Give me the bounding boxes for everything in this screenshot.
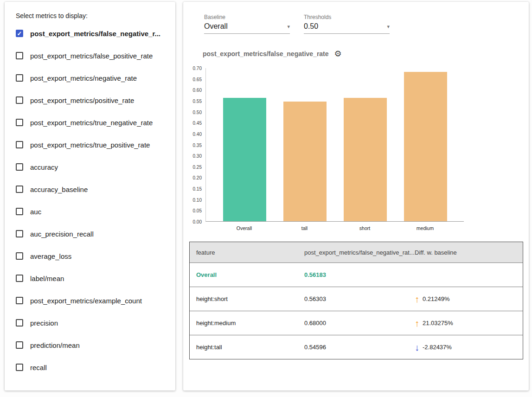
baseline-value: Overall — [204, 22, 228, 31]
value-cell: 0.54596 — [304, 344, 415, 351]
checkbox-icon[interactable] — [16, 319, 23, 327]
y-axis-tick-label: 0.50 — [183, 110, 202, 115]
checkbox-icon[interactable] — [16, 74, 23, 82]
table-header-cell: feature — [196, 249, 304, 256]
feature-cell: Overall — [196, 271, 304, 278]
metric-label: label/mean — [30, 275, 64, 282]
gear-icon[interactable]: ⚙ — [334, 50, 342, 58]
metrics-table: featurepost_export_metrics/false_negativ… — [189, 242, 523, 359]
results-panel: Baseline Overall ▾ Thresholds 0.50 ▾ pos… — [183, 2, 529, 391]
feature-cell: height:tall — [196, 344, 304, 351]
table-row: Overall0.56183 — [190, 263, 523, 287]
metric-label: post_export_metrics/negative_rate — [30, 74, 137, 82]
checkbox-icon[interactable] — [16, 186, 23, 193]
metric-item[interactable]: recall — [16, 356, 171, 378]
y-axis-tick-label: 0.15 — [183, 186, 202, 192]
baseline-label: Baseline — [204, 14, 290, 20]
baseline-select[interactable]: Baseline Overall ▾ — [204, 14, 290, 34]
controls-row: Baseline Overall ▾ Thresholds 0.50 ▾ — [183, 14, 529, 34]
y-axis-tick-label: 0.30 — [183, 154, 202, 159]
diff-cell: ↑21.03275% — [415, 319, 523, 328]
plot-area — [205, 68, 464, 222]
metric-item[interactable]: post_export_metrics/false_positive_rate — [16, 45, 171, 67]
chart-bar — [404, 72, 447, 221]
chevron-down-icon: ▾ — [387, 24, 390, 30]
checkbox-icon[interactable] — [16, 119, 23, 126]
table-row: height:tall0.54596↓-2.82437% — [190, 335, 523, 359]
metric-item[interactable]: auc — [16, 200, 171, 223]
y-axis-tick-label: 0.05 — [183, 208, 202, 213]
value-cell: 0.56303 — [304, 295, 415, 302]
x-axis-category-label: medium — [395, 225, 455, 231]
table-row: height:medium0.68000↑21.03275% — [190, 311, 523, 335]
checkbox-checked-icon[interactable]: ✓ — [16, 30, 23, 37]
checkbox-icon[interactable] — [16, 208, 23, 215]
diff-value: 21.03275% — [423, 320, 453, 327]
y-axis-tick-label: 0.25 — [183, 165, 202, 170]
checkbox-icon[interactable] — [16, 297, 23, 304]
checkbox-icon[interactable] — [16, 252, 23, 260]
metric-item[interactable]: post_export_metrics/true_positive_rate — [16, 134, 171, 156]
y-axis-tick-label: 0.00 — [183, 219, 202, 224]
metric-label: average_loss — [30, 252, 71, 260]
metric-label: post_export_metrics/positive_rate — [30, 96, 134, 104]
table-header-cell: post_export_metrics/false_negative_rat..… — [304, 249, 415, 256]
x-axis-category-label: short — [335, 225, 395, 231]
metric-select-title: Select metrics to display: — [16, 12, 171, 19]
checkbox-icon[interactable] — [16, 341, 23, 349]
table-row: height:short0.56303↑0.21249% — [190, 287, 523, 311]
y-axis-tick-label: 0.20 — [183, 175, 202, 180]
y-axis-tick-label: 0.55 — [183, 99, 202, 104]
checkbox-icon[interactable] — [16, 52, 23, 59]
metrics-list: ✓post_export_metrics/false_negative_r...… — [16, 22, 171, 378]
y-axis-tick-label: 0.35 — [183, 143, 202, 148]
thresholds-label: Thresholds — [304, 14, 390, 20]
bar-chart: 0.000.050.100.150.200.250.300.350.400.45… — [183, 64, 529, 234]
metric-item[interactable]: accuracy_baseline — [16, 178, 171, 200]
metric-item[interactable]: ✓post_export_metrics/false_negative_r... — [16, 22, 171, 45]
metric-item[interactable]: post_export_metrics/true_negative_rate — [16, 111, 171, 134]
metric-label: accuracy — [30, 163, 58, 171]
checkbox-icon[interactable] — [16, 163, 23, 171]
metric-item[interactable]: accuracy — [16, 156, 171, 178]
checkbox-icon[interactable] — [16, 141, 23, 148]
metric-label: accuracy_baseline — [30, 186, 88, 193]
feature-cell: height:medium — [196, 320, 304, 327]
checkbox-icon[interactable] — [16, 230, 23, 237]
metric-item[interactable]: precision — [16, 312, 171, 334]
metric-item[interactable]: auc_precision_recall — [16, 223, 171, 245]
metric-item[interactable]: prediction/mean — [16, 334, 171, 356]
metric-item[interactable]: label/mean — [16, 267, 171, 289]
thresholds-select[interactable]: Thresholds 0.50 ▾ — [304, 14, 390, 34]
metric-item[interactable]: post_export_metrics/positive_rate — [16, 89, 171, 111]
checkbox-icon[interactable] — [16, 275, 23, 282]
table-header-cell: Diff. w. baseline — [415, 249, 523, 256]
feature-cell: height:short — [196, 295, 304, 302]
thresholds-value: 0.50 — [304, 22, 318, 31]
chart-title: post_export_metrics/false_negative_rate — [203, 50, 329, 58]
metric-item[interactable]: post_export_metrics/example_count — [16, 289, 171, 312]
checkbox-icon[interactable] — [16, 96, 23, 104]
diff-cell: ↓-2.82437% — [415, 343, 523, 352]
metric-label: auc_precision_recall — [30, 230, 94, 238]
metric-label: post_export_metrics/true_negative_rate — [30, 119, 153, 127]
y-axis-tick-label: 0.70 — [183, 66, 202, 71]
metric-item[interactable]: post_export_metrics/negative_rate — [16, 67, 171, 89]
value-cell: 0.56183 — [304, 271, 415, 278]
diff-cell: ↑0.21249% — [415, 295, 523, 304]
y-axis-tick-label: 0.10 — [183, 198, 202, 203]
chart-bar — [283, 102, 327, 221]
metric-item[interactable]: average_loss — [16, 245, 171, 267]
value-cell: 0.68000 — [304, 320, 415, 327]
metric-select-panel: Select metrics to display: ✓post_export_… — [5, 2, 175, 391]
y-axis-tick-label: 0.65 — [183, 77, 202, 82]
metric-label: recall — [30, 364, 47, 371]
y-axis-tick-label: 0.40 — [183, 132, 202, 137]
chevron-down-icon: ▾ — [287, 24, 290, 30]
x-axis-category-label: tall — [275, 225, 335, 231]
diff-value: 0.21249% — [423, 295, 450, 302]
arrow-down-icon: ↓ — [415, 343, 419, 352]
checkbox-icon[interactable] — [16, 364, 23, 371]
metric-label: post_export_metrics/true_positive_rate — [30, 141, 150, 149]
chart-bar — [344, 98, 387, 221]
